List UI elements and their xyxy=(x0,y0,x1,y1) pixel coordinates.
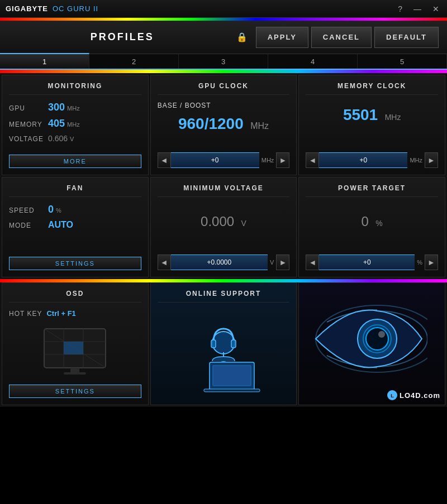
close-button[interactable]: ✕ xyxy=(430,4,441,13)
fan-speed-unit: % xyxy=(56,207,61,214)
svg-point-22 xyxy=(366,328,388,350)
voltage-unit: V xyxy=(70,136,74,142)
memory-clock-decrement[interactable]: ◄ xyxy=(306,152,319,168)
monitoring-panel: MONITORING GPU 300 MHz MEMORY 405 MHz VO… xyxy=(2,75,149,175)
power-target-unit: % xyxy=(375,219,382,228)
power-target-title: POWER TARGET xyxy=(306,184,438,197)
osd-hotkey-row: HOT KEY Ctrl + F1 xyxy=(9,309,141,318)
gpu-clock-stepper-unit: MHz xyxy=(261,157,274,164)
apply-button[interactable]: APPLY xyxy=(256,27,308,48)
brand-panel: L LO4D.com xyxy=(298,282,445,405)
lo4d-badge: L LO4D.com xyxy=(387,390,440,400)
svg-rect-7 xyxy=(70,368,79,372)
minimize-button[interactable]: — xyxy=(411,4,424,13)
profiles-title: PROFILES xyxy=(91,31,154,42)
help-button[interactable]: ? xyxy=(396,4,405,13)
min-voltage-title: MINIMUM VOLTAGE xyxy=(158,184,290,197)
svg-rect-15 xyxy=(231,340,236,348)
svg-rect-8 xyxy=(64,372,86,375)
memory-clock-title: MEMORY CLOCK xyxy=(306,82,438,95)
profile-tab-3[interactable]: 3 xyxy=(179,54,268,69)
window-controls: ? — ✕ xyxy=(396,4,441,13)
osd-settings-button[interactable]: SETTINGS xyxy=(9,385,141,398)
profile-tab-1[interactable]: 1 xyxy=(0,53,89,69)
memory-clock-value: 5501 xyxy=(343,106,378,123)
memory-clock-stepper-unit: MHz xyxy=(410,157,422,164)
title-bar: GIGABYTE OC GURU II ? — ✕ xyxy=(0,0,447,18)
eye-svg xyxy=(299,283,427,383)
voltage-label: VOLTAGE xyxy=(9,135,48,143)
online-support-title: ONLINE SUPPORT xyxy=(158,290,290,303)
fan-settings-button[interactable]: SETTINGS xyxy=(9,257,141,270)
gpu-unit: MHz xyxy=(67,105,80,112)
monitoring-title: MONITORING xyxy=(9,82,141,95)
power-target-decrement[interactable]: ◄ xyxy=(306,255,319,270)
base-boost-label: BASE / BOOST xyxy=(158,102,290,109)
fan-mode-label: MODE xyxy=(9,222,48,229)
svg-rect-14 xyxy=(211,340,216,348)
fan-speed-label: SPEED xyxy=(9,207,48,214)
power-target-increment[interactable]: ► xyxy=(425,255,438,270)
lock-icon: 🔒 xyxy=(236,32,248,42)
gpu-value: 300 xyxy=(48,102,65,113)
monitor-illustration xyxy=(41,326,108,376)
cancel-button[interactable]: CANCEL xyxy=(311,27,372,48)
voltage-row: VOLTAGE 0.606 V xyxy=(9,134,141,143)
min-voltage-stepper: ◄ +0.0000 V ► xyxy=(158,255,290,270)
fan-speed-row: SPEED 0 % xyxy=(9,204,141,215)
more-button[interactable]: MORE xyxy=(9,155,141,168)
hotkey-label: HOT KEY xyxy=(9,310,42,318)
memory-row: MEMORY 405 MHz xyxy=(9,118,141,129)
gpu-row: GPU 300 MHz xyxy=(9,102,141,113)
online-support-panel: ONLINE SUPPORT xyxy=(150,282,297,405)
lo4d-icon: L xyxy=(387,390,397,400)
min-voltage-panel: MINIMUM VOLTAGE 0.000 V ◄ +0.0000 V ► xyxy=(150,177,297,277)
power-target-stepper-display: +0 xyxy=(319,255,415,270)
power-target-value-container: 0 % xyxy=(306,214,438,229)
power-target-panel: POWER TARGET 0 % ◄ +0 % ► xyxy=(298,177,445,277)
toolbar: PROFILES 🔒 APPLY CANCEL DEFAULT xyxy=(0,21,447,54)
toolbar-actions: 🔒 APPLY CANCEL DEFAULT xyxy=(236,27,439,48)
main-grid-row1: MONITORING GPU 300 MHz MEMORY 405 MHz VO… xyxy=(0,73,447,177)
memory-clock-unit: MHz xyxy=(385,113,401,122)
power-target-value: 0 xyxy=(362,214,369,229)
support-svg xyxy=(179,312,268,396)
fan-title: FAN xyxy=(9,184,141,197)
fan-panel: FAN SPEED 0 % MODE AUTO SETTINGS xyxy=(2,177,149,277)
osd-panel: OSD HOT KEY Ctrl + F1 SETTINGS xyxy=(2,282,149,405)
memory-clock-stepper: ◄ +0 MHz ► xyxy=(306,152,438,168)
main-grid-row2: FAN SPEED 0 % MODE AUTO SETTINGS MINIMUM… xyxy=(0,177,447,279)
gpu-clock-unit: MHz xyxy=(250,121,269,131)
profile-tab-5[interactable]: 5 xyxy=(358,54,447,69)
power-target-stepper-unit: % xyxy=(417,259,422,266)
min-voltage-increment[interactable]: ► xyxy=(276,255,289,270)
min-voltage-stepper-display: +0.0000 xyxy=(171,255,268,270)
min-voltage-unit: V xyxy=(241,219,246,228)
svg-rect-6 xyxy=(64,342,83,354)
min-voltage-decrement[interactable]: ◄ xyxy=(158,255,171,270)
min-voltage-stepper-unit: V xyxy=(270,259,274,266)
profile-tab-4[interactable]: 4 xyxy=(268,54,358,69)
memory-label: MEMORY xyxy=(9,121,48,128)
fan-mode-value: AUTO xyxy=(48,220,73,230)
lo4d-text: LO4D.com xyxy=(400,391,440,400)
gpu-clock-stepper-display: +0 xyxy=(171,152,259,168)
memory-unit: MHz xyxy=(67,121,80,128)
memory-clock-stepper-display: +0 xyxy=(319,152,407,168)
svg-rect-11 xyxy=(204,389,260,392)
gpu-clock-panel: GPU CLOCK BASE / BOOST 960/1200 MHz ◄ +0… xyxy=(150,75,297,175)
profile-tab-2[interactable]: 2 xyxy=(89,54,179,69)
profile-tabs: 1 2 3 4 5 xyxy=(0,54,447,70)
gpu-clock-increment[interactable]: ► xyxy=(276,152,289,168)
osd-title: OSD xyxy=(9,290,141,303)
gpu-clock-stepper: ◄ +0 MHz ► xyxy=(158,152,290,168)
memory-clock-value-container: 5501 MHz xyxy=(306,106,438,124)
app-name-label: OC GURU II xyxy=(53,4,98,13)
memory-clock-increment[interactable]: ► xyxy=(425,152,438,168)
gpu-label: GPU xyxy=(9,104,48,112)
memory-clock-panel: MEMORY CLOCK 5501 MHz ◄ +0 MHz ► xyxy=(298,75,445,175)
gpu-clock-decrement[interactable]: ◄ xyxy=(158,152,171,168)
default-button[interactable]: DEFAULT xyxy=(374,27,439,48)
svg-text:L: L xyxy=(391,393,394,399)
bottom-grid: OSD HOT KEY Ctrl + F1 SETTINGS ONLINE SU… xyxy=(0,282,447,407)
